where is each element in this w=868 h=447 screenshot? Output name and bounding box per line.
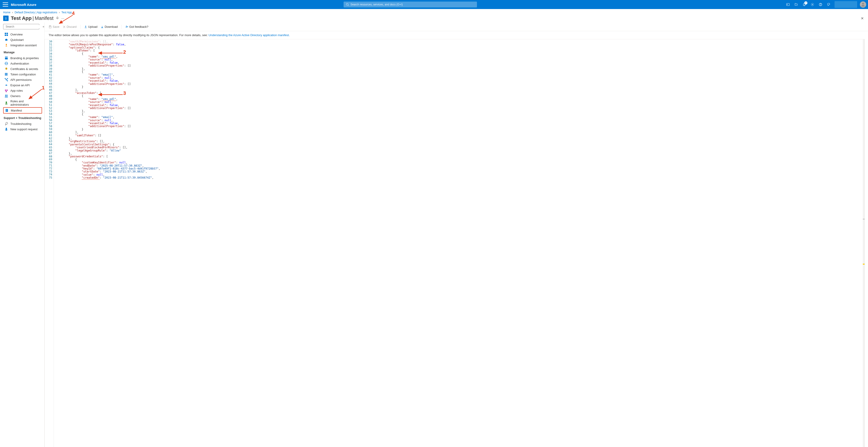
menu-icon[interactable]	[2, 1, 9, 8]
manifest-editor[interactable]: 3031323334353637383940414243444546474849…	[44, 39, 865, 447]
download-icon	[101, 25, 104, 29]
svg-rect-38	[5, 129, 7, 131]
notifications-icon[interactable]: 17	[801, 1, 808, 8]
page-header: {} Test App|Manifest ⋯ ✕	[0, 15, 868, 23]
sidebar-item-app-roles[interactable]: App roles	[3, 88, 42, 93]
svg-rect-12	[5, 33, 6, 34]
sidebar-item-manifest[interactable]: Manifest	[3, 107, 42, 113]
quickstart-icon	[4, 38, 8, 41]
sidebar-item-owners[interactable]: Owners	[3, 93, 42, 99]
pin-icon[interactable]	[56, 16, 59, 20]
notif-count: 17	[804, 1, 807, 4]
svg-rect-5	[786, 3, 789, 6]
sidebar-item-overview[interactable]: Overview	[3, 32, 42, 37]
help-icon[interactable]	[817, 1, 824, 8]
expose-api-icon	[4, 83, 8, 87]
troubleshooting-icon	[4, 122, 8, 126]
top-bar: Microsoft Azure 17	[0, 0, 868, 9]
settings-icon[interactable]	[809, 1, 816, 8]
breadcrumb-app[interactable]: Test App	[61, 11, 72, 14]
svg-rect-13	[6, 33, 8, 34]
sidebar-item-label: Certificates & secrets	[10, 67, 38, 71]
search-icon	[346, 3, 349, 6]
close-icon[interactable]: ✕	[860, 15, 865, 21]
editor-description: The editor below allows you to update th…	[44, 31, 868, 39]
owners-icon	[4, 94, 8, 98]
sidebar-item-label: Token configuration	[10, 73, 36, 76]
app-icon: {}	[3, 15, 8, 21]
brand-label[interactable]: Microsoft Azure	[11, 3, 36, 6]
sidebar-item-label: Authentication	[10, 62, 29, 65]
app-roles-icon	[4, 89, 8, 92]
sidebar-item-integration[interactable]: Integration assistant	[3, 42, 42, 48]
svg-point-6	[812, 4, 813, 5]
api-permissions-icon	[4, 78, 8, 81]
sidebar-item-label: App roles	[10, 89, 23, 92]
sidebar-item-label: Troubleshooting	[10, 122, 31, 126]
manifest-doc-link[interactable]: Understanding the Azure Active Directory…	[209, 33, 289, 37]
svg-rect-39	[50, 26, 51, 26]
sidebar-item-label: Overview	[10, 33, 23, 36]
svg-rect-29	[6, 91, 7, 92]
manifest-icon	[5, 109, 8, 112]
svg-rect-27	[5, 90, 6, 91]
sidebar-item-support-request[interactable]: New support request	[3, 127, 42, 132]
section-support: Support + Troubleshooting	[4, 116, 42, 119]
scrollbar-mark	[863, 264, 865, 265]
save-button[interactable]: Save	[49, 25, 59, 29]
overview-icon	[4, 33, 8, 36]
account-label[interactable]	[835, 1, 857, 8]
scrollbar-track[interactable]	[863, 39, 865, 447]
sidebar-item-authentication[interactable]: Authentication	[3, 61, 42, 66]
sidebar-item-label: Quickstart	[10, 38, 24, 41]
sidebar-item-expose-api[interactable]: Expose an API	[3, 82, 42, 88]
rocket-icon	[4, 43, 8, 47]
sidebar-search[interactable]	[3, 24, 39, 29]
sidebar-search-input[interactable]	[6, 25, 39, 28]
directories-icon[interactable]	[793, 1, 800, 8]
svg-point-43	[127, 26, 128, 27]
download-button[interactable]: Download	[101, 25, 118, 29]
svg-rect-14	[5, 35, 6, 36]
breadcrumb-directory[interactable]: Default Directory | App registrations	[15, 11, 57, 14]
sidebar-item-branding[interactable]: Branding & properties	[3, 55, 42, 61]
upload-button[interactable]: Upload	[84, 25, 97, 29]
svg-point-3	[346, 3, 348, 5]
collapse-sidebar-icon[interactable]: «	[43, 25, 44, 28]
cloud-shell-icon[interactable]	[784, 1, 792, 8]
support-icon	[4, 127, 8, 131]
sidebar-item-label: Expose an API	[10, 83, 30, 87]
sidebar-item-token[interactable]: Token configuration	[3, 72, 42, 77]
certificates-icon	[4, 67, 8, 71]
feedback-icon[interactable]	[825, 1, 832, 8]
svg-rect-21	[6, 73, 7, 76]
save-icon	[49, 25, 52, 29]
svg-rect-22	[7, 73, 7, 76]
token-icon	[4, 72, 8, 76]
svg-point-8	[820, 5, 821, 6]
sidebar-item-roles[interactable]: Roles and administrators	[3, 99, 42, 107]
discard-button[interactable]: Discard	[63, 25, 76, 29]
svg-point-42	[126, 26, 127, 27]
content-pane: Save Discard Upload Download Got feedbac…	[44, 23, 868, 447]
breadcrumb-home[interactable]: Home	[3, 11, 10, 14]
sidebar-item-troubleshooting[interactable]: Troubleshooting	[3, 121, 42, 127]
avatar[interactable]	[860, 1, 866, 8]
sidebar-item-label: API permissions	[10, 78, 32, 81]
sidebar-item-api-permissions[interactable]: API permissions	[3, 77, 42, 82]
global-search-input[interactable]	[350, 3, 475, 6]
more-icon[interactable]: ⋯	[61, 17, 64, 20]
toolbar: Save Discard Upload Download Got feedbac…	[44, 23, 868, 31]
scrollbar-mark	[863, 219, 865, 219]
svg-rect-28	[6, 90, 8, 91]
sidebar-item-certificates[interactable]: Certificates & secrets	[3, 66, 42, 72]
svg-point-32	[6, 102, 7, 103]
feedback-button[interactable]: Got feedback?	[125, 25, 149, 29]
svg-point-9	[862, 3, 864, 5]
code-area[interactable]: "oauth2Permissions": [], "oauth2RequireP…	[54, 39, 865, 447]
line-gutter: 3031323334353637383940414243444546474849…	[45, 39, 54, 447]
sidebar-item-quickstart[interactable]: Quickstart	[3, 37, 42, 42]
svg-point-30	[5, 95, 6, 96]
svg-rect-19	[5, 73, 5, 76]
global-search[interactable]	[344, 2, 477, 7]
